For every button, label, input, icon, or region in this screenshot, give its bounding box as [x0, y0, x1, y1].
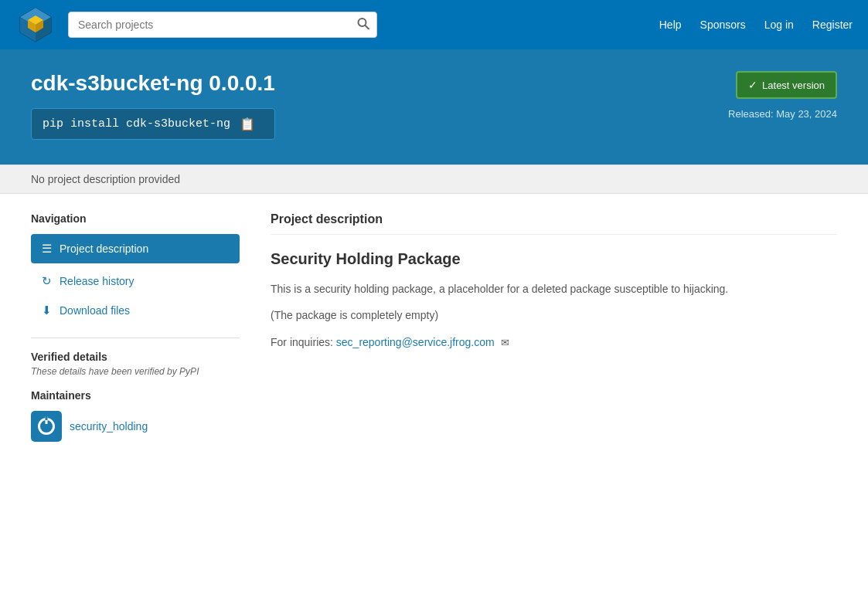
nav-download-files[interactable]: ⬇ Download files	[31, 296, 240, 325]
search-input[interactable]	[68, 12, 377, 38]
pip-install-box: pip install cdk-s3bucket-ng 📋	[31, 108, 275, 140]
inquiry-label: For inquiries:	[271, 336, 333, 348]
nav-sponsors[interactable]: Sponsors	[700, 19, 746, 31]
no-description-text: No project description provided	[31, 173, 180, 185]
sidebar-divider	[31, 338, 240, 338]
inquiry-email[interactable]: sec_reporting@service.jfrog.com	[336, 336, 495, 348]
download-files-label: Download files	[60, 304, 130, 317]
verified-subtext: These details have been verified by PyPI	[31, 366, 240, 377]
header: Help Sponsors Log in Register	[0, 0, 868, 49]
project-description-main: Project description Security Holding Pac…	[271, 212, 837, 442]
nav-help[interactable]: Help	[659, 19, 682, 31]
search-form[interactable]	[68, 12, 377, 38]
nav-register[interactable]: Register	[812, 19, 853, 31]
power-icon	[38, 418, 55, 435]
download-icon: ⬇	[42, 304, 52, 317]
maintainer-item: security_holding	[31, 411, 240, 442]
main-content: Navigation ☰ Project description ↻ Relea…	[0, 194, 868, 460]
maintainer-link[interactable]: security_holding	[70, 420, 148, 433]
package-title: cdk-s3bucket-ng 0.0.0.1	[31, 71, 275, 96]
header-nav: Help Sponsors Log in Register	[659, 19, 853, 31]
maintainer-avatar	[31, 411, 62, 442]
nav-release-history[interactable]: ↻ Release history	[31, 266, 240, 296]
navigation-heading: Navigation	[31, 212, 240, 225]
site-logo[interactable]	[15, 5, 56, 45]
desc-paragraph-2: (The package is completely empty)	[271, 307, 837, 324]
nav-login[interactable]: Log in	[764, 19, 794, 31]
project-desc-section-heading: Project description	[271, 212, 837, 235]
copy-pip-button[interactable]: 📋	[240, 117, 255, 131]
pip-command: pip install cdk-s3bucket-ng	[43, 117, 230, 131]
no-description-bar: No project description provided	[0, 165, 868, 194]
history-icon: ↻	[42, 274, 52, 288]
project-description-label: Project description	[60, 243, 148, 255]
latest-version-label: Latest version	[762, 80, 825, 91]
latest-version-button[interactable]: ✓ Latest version	[736, 71, 837, 99]
released-date: Released: May 23, 2024	[728, 108, 837, 120]
hero-section: cdk-s3bucket-ng 0.0.0.1 pip install cdk-…	[0, 49, 868, 165]
nav-project-description[interactable]: ☰ Project description	[31, 234, 240, 263]
email-icon: ✉	[501, 335, 509, 351]
sidebar: Navigation ☰ Project description ↻ Relea…	[31, 212, 240, 442]
desc-paragraph-inquiry: For inquiries: sec_reporting@service.jfr…	[271, 334, 837, 351]
list-icon: ☰	[42, 242, 52, 256]
check-icon: ✓	[748, 79, 757, 91]
maintainers-heading: Maintainers	[31, 389, 240, 402]
security-holding-title: Security Holding Package	[271, 250, 837, 268]
verified-heading: Verified details	[31, 351, 240, 363]
release-history-label: Release history	[60, 275, 134, 287]
desc-paragraph-1: This is a security holding package, a pl…	[271, 280, 837, 297]
